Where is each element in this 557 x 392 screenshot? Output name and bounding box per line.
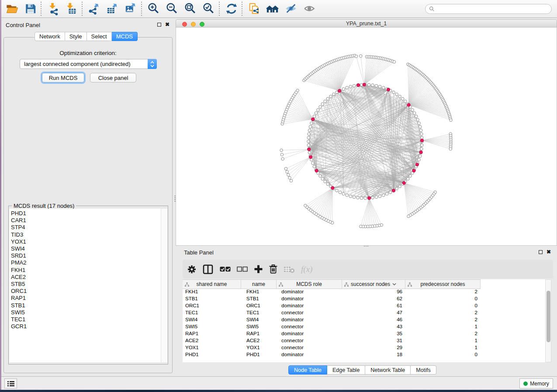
close-panel-button[interactable]: Close panel <box>90 73 136 83</box>
float-panel-icon[interactable] <box>157 23 161 27</box>
export-image-icon[interactable] <box>124 1 138 16</box>
mcds-result-item[interactable]: SWI5 <box>11 309 167 316</box>
table-scrollbar-thumb[interactable] <box>547 291 550 342</box>
unselect-all-icon[interactable] <box>237 264 248 275</box>
import-network-icon[interactable] <box>46 1 61 16</box>
show-panel-icon[interactable] <box>302 1 317 16</box>
close-window-icon[interactable] <box>182 22 187 27</box>
status-bar: Memory <box>1 376 557 390</box>
export-table-icon[interactable] <box>105 1 120 16</box>
criterion-value: largest connected component (undirected) <box>24 61 131 67</box>
mcds-result-item[interactable]: CAR1 <box>11 217 167 224</box>
mcds-result-item[interactable]: YOX1 <box>11 238 167 245</box>
mcds-result-item[interactable]: PMA2 <box>11 259 167 266</box>
network-canvas[interactable] <box>176 28 557 246</box>
export-network-icon[interactable] <box>87 1 102 16</box>
mcds-tab-content: Optimization criterion: largest connecte… <box>3 37 173 373</box>
function-builder-icon[interactable]: f(x) <box>301 264 312 275</box>
criterion-dropdown[interactable]: largest connected component (undirected) <box>20 59 157 69</box>
mcds-result-item[interactable]: ACE2 <box>11 274 167 281</box>
tab-node-table[interactable]: Node Table <box>288 365 327 375</box>
tab-mcds[interactable]: MCDS <box>112 32 138 41</box>
mcds-result-item[interactable]: FKH1 <box>11 267 167 274</box>
memory-button[interactable]: Memory <box>519 378 553 389</box>
table-row[interactable]: RAP1RAP1dominator352 <box>183 331 545 338</box>
show-columns-icon[interactable] <box>203 264 214 275</box>
close-table-panel-icon[interactable]: ✖ <box>547 250 551 254</box>
network-window-titlebar[interactable]: YPA_prune.txt_1 <box>176 19 557 28</box>
search-icon <box>429 6 435 12</box>
float-table-panel-icon[interactable] <box>539 250 543 254</box>
search-input[interactable] <box>425 4 552 14</box>
column-header-successor-nodes[interactable]: successor nodes <box>342 279 405 289</box>
tab-network-table[interactable]: Network Table <box>365 365 411 375</box>
mcds-result-item[interactable]: PHD1 <box>11 210 167 217</box>
tab-select[interactable]: Select <box>87 32 112 41</box>
column-header-MCDS-role[interactable]: MCDS role <box>277 279 342 289</box>
zoom-out-icon[interactable] <box>165 1 180 16</box>
show-all-networks-icon[interactable] <box>265 1 280 16</box>
list-menu-icon <box>7 381 14 387</box>
zoom-in-icon[interactable] <box>146 1 161 16</box>
column-header-name[interactable]: name <box>241 279 277 289</box>
add-column-icon[interactable] <box>254 264 263 275</box>
open-folder-icon[interactable] <box>5 1 20 16</box>
select-all-icon[interactable] <box>220 264 231 275</box>
mcds-result-item[interactable]: ORC1 <box>11 288 167 295</box>
table-row[interactable]: YOX1YOX1connector291 <box>183 345 545 352</box>
table-toolbar: f(x) <box>183 260 553 279</box>
import-table-icon[interactable] <box>64 1 79 16</box>
toolbar-separator <box>141 2 142 16</box>
table-row[interactable]: SWI5SWI5connector431 <box>183 324 545 331</box>
table-row[interactable]: STB1STB1dominator620 <box>183 296 545 303</box>
mcds-result-item[interactable]: TID3 <box>11 231 167 238</box>
mcds-list-scrollbar[interactable] <box>161 209 167 362</box>
tab-style[interactable]: Style <box>65 32 87 41</box>
table-row[interactable]: TEC1TEC1connector472 <box>183 310 545 317</box>
show-panels-menu-button[interactable] <box>4 378 17 389</box>
clone-network-icon[interactable] <box>247 1 262 16</box>
control-panel: Control Panel ✖ NetworkStyleSelectMCDS O… <box>1 18 175 375</box>
mcds-result-item[interactable]: TEC1 <box>11 316 167 323</box>
tab-motifs[interactable]: Motifs <box>411 365 436 375</box>
mcds-result-item[interactable]: SWI4 <box>11 245 167 252</box>
control-panel-title: Control Panel <box>6 22 40 28</box>
mcds-result-groupbox: MCDS result (17 nodes) PHD1CAR1STP4TID3Y… <box>8 206 168 364</box>
mcds-result-item[interactable]: GCR1 <box>11 323 167 330</box>
network-window-title: YPA_prune.txt_1 <box>176 20 557 28</box>
column-header-shared-name[interactable]: shared name <box>183 279 241 289</box>
dropdown-stepper-icon <box>148 59 157 69</box>
table-scrollbar[interactable] <box>545 279 551 362</box>
settings-gear-icon[interactable] <box>187 264 197 275</box>
mcds-result-item[interactable]: STB5 <box>11 281 167 288</box>
column-header-predecessor-nodes[interactable]: predecessor nodes <box>405 279 481 289</box>
delete-table-icon[interactable] <box>284 264 295 275</box>
toolbar-separator <box>242 2 242 16</box>
memory-status-icon <box>523 382 528 386</box>
memory-label: Memory <box>530 381 549 387</box>
table-row[interactable]: ORC1ORC1dominator610 <box>183 303 545 310</box>
app-window: Control Panel ✖ NetworkStyleSelectMCDS O… <box>1 0 557 390</box>
table-row[interactable]: PHD1PHD1dominator180 <box>183 352 545 359</box>
zoom-selected-icon[interactable] <box>201 1 216 16</box>
table-row[interactable]: ACE2ACE2connector311 <box>183 338 545 345</box>
minimize-window-icon[interactable] <box>191 22 196 27</box>
refresh-icon[interactable] <box>224 1 239 16</box>
optimization-label: Optimization criterion: <box>4 50 172 56</box>
tab-network[interactable]: Network <box>35 32 65 41</box>
mcds-result-item[interactable]: RAP1 <box>11 295 167 302</box>
mcds-result-item[interactable]: SRD1 <box>11 252 167 259</box>
table-row[interactable]: FKH1FKH1dominator962 <box>183 289 545 296</box>
delete-column-icon[interactable] <box>269 264 277 275</box>
hide-panels-icon[interactable] <box>284 1 298 16</box>
mcds-result-item[interactable]: STP4 <box>11 224 167 231</box>
save-icon[interactable] <box>23 1 38 16</box>
mcds-result-list: PHD1CAR1STP4TID3YOX1SWI4SRD1PMA2FKH1ACE2… <box>9 209 167 330</box>
run-mcds-button[interactable]: Run MCDS <box>42 73 84 83</box>
zoom-fit-icon[interactable] <box>183 1 198 16</box>
table-row[interactable]: SWI4SWI4dominator462 <box>183 317 545 324</box>
mcds-result-item[interactable]: STB1 <box>11 302 167 309</box>
zoom-window-icon[interactable] <box>200 22 204 27</box>
close-panel-icon[interactable]: ✖ <box>165 22 170 27</box>
tab-edge-table[interactable]: Edge Table <box>327 365 365 375</box>
